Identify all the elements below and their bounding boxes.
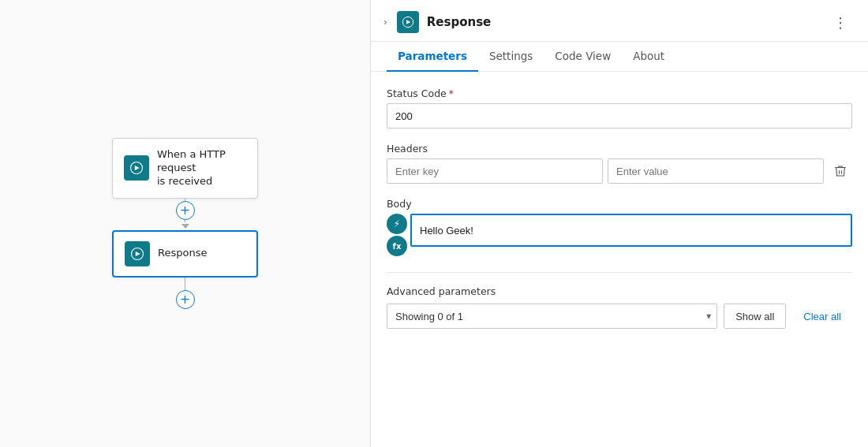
flow-line-2 xyxy=(185,220,185,222)
detail-panel: › Response ⋮ Parameters Settings Code Vi… xyxy=(371,0,868,447)
header-value-input[interactable] xyxy=(608,158,824,184)
body-label: Body xyxy=(387,198,852,210)
panel-title: Response xyxy=(427,15,821,29)
response-card[interactable]: Response xyxy=(112,230,258,278)
expand-btn[interactable]: › xyxy=(383,17,387,28)
add-between-btn[interactable]: + xyxy=(176,201,195,220)
content-area: Status Code * Headers xyxy=(371,72,868,447)
status-code-group: Status Code * xyxy=(387,88,852,129)
connector-1: + xyxy=(176,199,195,230)
header-delete-btn[interactable] xyxy=(829,159,852,183)
tab-settings[interactable]: Settings xyxy=(478,42,544,72)
advanced-section: Advanced parameters Showing 0 of 1 ▾ Sho… xyxy=(387,285,852,329)
panel-action-icon xyxy=(397,11,419,33)
response-card-label: Response xyxy=(158,247,207,260)
status-code-label: Status Code * xyxy=(387,88,852,99)
header-key-input[interactable] xyxy=(387,158,603,184)
lightning-btn[interactable]: ⚡ xyxy=(387,214,407,234)
body-section: ⚡ fx xyxy=(387,214,852,258)
flow-arrow xyxy=(181,224,189,229)
flow-diagram: When a HTTP request is received + Respon… xyxy=(112,138,258,309)
advanced-label: Advanced parameters xyxy=(387,285,852,297)
clear-all-button[interactable]: Clear all xyxy=(792,304,852,329)
headers-label: Headers xyxy=(387,143,852,155)
required-star: * xyxy=(449,88,454,99)
tab-about[interactable]: About xyxy=(622,42,675,72)
flow-line-3 xyxy=(185,278,185,290)
trigger-icon xyxy=(124,155,149,181)
advanced-dropdown-wrapper: Showing 0 of 1 ▾ xyxy=(387,304,717,329)
panel-header: › Response ⋮ xyxy=(371,0,868,42)
advanced-row: Showing 0 of 1 ▾ Show all Clear all xyxy=(387,304,852,329)
flow-canvas: When a HTTP request is received + Respon… xyxy=(0,0,371,447)
add-after-btn[interactable]: + xyxy=(176,290,195,309)
connector-2: + xyxy=(176,278,195,309)
status-code-input[interactable] xyxy=(387,103,852,129)
advanced-dropdown[interactable]: Showing 0 of 1 xyxy=(387,304,717,329)
fx-btn[interactable]: fx xyxy=(387,236,407,256)
response-card-icon xyxy=(125,241,150,266)
section-divider xyxy=(387,272,852,273)
tabs-container: Parameters Settings Code View About xyxy=(371,42,868,72)
trigger-card[interactable]: When a HTTP request is received xyxy=(112,138,258,199)
more-options-btn[interactable]: ⋮ xyxy=(829,13,852,32)
tab-parameters[interactable]: Parameters xyxy=(387,42,478,72)
trigger-label: When a HTTP request is received xyxy=(157,148,246,188)
body-group: Body ⚡ fx xyxy=(387,198,852,258)
headers-row xyxy=(387,158,852,184)
tab-code-view[interactable]: Code View xyxy=(544,42,622,72)
body-side-buttons: ⚡ fx xyxy=(387,214,407,258)
headers-group: Headers xyxy=(387,143,852,184)
show-all-button[interactable]: Show all xyxy=(724,304,786,329)
body-input[interactable] xyxy=(410,214,852,247)
